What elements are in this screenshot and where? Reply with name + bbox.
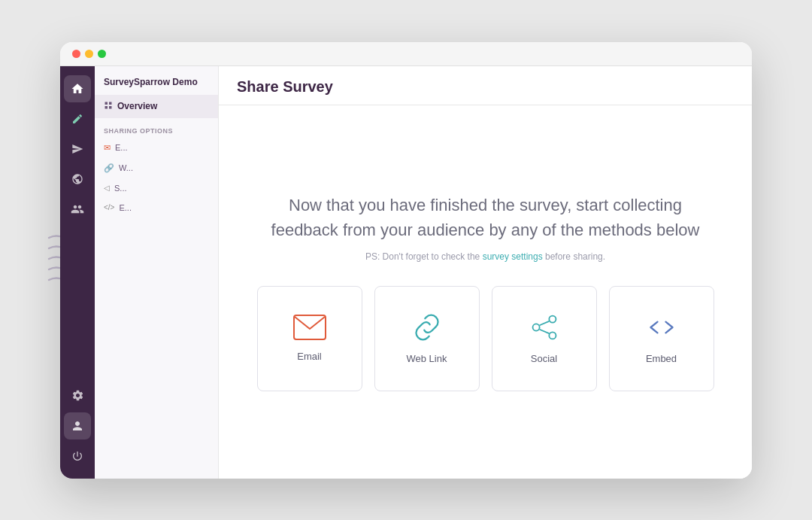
sidebar-icon-home[interactable] bbox=[64, 75, 91, 102]
sharing-card-weblink[interactable]: Web Link bbox=[374, 286, 480, 391]
embed-card-label: Embed bbox=[646, 353, 677, 364]
social-card-label: Social bbox=[531, 353, 557, 364]
sharing-card-embed[interactable]: Embed bbox=[609, 286, 714, 391]
sharing-card-email[interactable]: Email bbox=[257, 286, 362, 391]
svg-point-3 bbox=[549, 332, 556, 339]
sidebar-menu-embed[interactable]: </> E... bbox=[95, 198, 218, 217]
sidebar-icon-power[interactable] bbox=[64, 442, 91, 470]
main-content: Share Survey Now that you have finished … bbox=[219, 66, 752, 479]
sidebar-icon-avatar[interactable] bbox=[64, 412, 91, 439]
email-icon bbox=[293, 315, 326, 340]
sidebar-icon-bar bbox=[60, 66, 95, 479]
sidebar-menu-weblink[interactable]: 🔗 W... bbox=[95, 158, 218, 178]
grid-icon bbox=[104, 101, 113, 112]
sidebar-menu-social[interactable]: ◁ S... bbox=[95, 178, 218, 198]
svg-line-5 bbox=[539, 330, 549, 333]
sharing-content-area: Now that you have finished the survey, s… bbox=[219, 105, 752, 479]
weblink-icon bbox=[412, 312, 442, 342]
embed-menu-icon: </> bbox=[104, 203, 114, 211]
sidebar-icon-send[interactable] bbox=[64, 135, 91, 163]
weblink-menu-label: W... bbox=[119, 163, 133, 172]
weblink-menu-icon: 🔗 bbox=[104, 163, 114, 173]
sidebar-panel: SurveySparrow Demo Overview SHARING OPTI… bbox=[95, 66, 219, 479]
sharing-options-title: SHARING OPTIONS bbox=[95, 118, 218, 138]
sidebar-icon-globe[interactable] bbox=[64, 166, 91, 193]
app-layout: SurveySparrow Demo Overview SHARING OPTI… bbox=[60, 66, 752, 479]
svg-point-2 bbox=[532, 324, 539, 330]
svg-line-4 bbox=[539, 321, 549, 325]
sharing-headline: Now that you have finished the survey, s… bbox=[260, 193, 711, 242]
sharing-card-social[interactable]: Social bbox=[492, 286, 597, 391]
browser-window: SurveySparrow Demo Overview SHARING OPTI… bbox=[60, 42, 752, 479]
sidebar-icon-edit[interactable] bbox=[64, 105, 91, 132]
browser-dot-yellow[interactable] bbox=[85, 50, 93, 58]
email-menu-label: E... bbox=[115, 143, 128, 152]
subtext-prefix: PS: Don't forget to check the bbox=[365, 251, 483, 262]
email-card-label: Email bbox=[297, 351, 322, 362]
sidebar-icon-settings[interactable] bbox=[64, 382, 91, 409]
email-menu-icon: ✉ bbox=[104, 143, 111, 153]
browser-dot-green[interactable] bbox=[98, 50, 106, 58]
survey-settings-link[interactable]: survey settings bbox=[483, 251, 543, 262]
svg-point-1 bbox=[549, 316, 556, 323]
main-header: Share Survey bbox=[219, 66, 752, 105]
embed-menu-label: E... bbox=[119, 203, 132, 212]
sidebar-survey-name: SurveySparrow Demo bbox=[95, 66, 218, 95]
weblink-card-label: Web Link bbox=[407, 353, 447, 364]
sidebar-menu-email[interactable]: ✉ E... bbox=[95, 138, 218, 158]
social-menu-icon: ◁ bbox=[104, 184, 110, 192]
sharing-cards-container: Email Web Link bbox=[257, 286, 714, 391]
browser-chrome bbox=[60, 42, 752, 66]
svg-rect-0 bbox=[294, 315, 326, 339]
overview-label: Overview bbox=[117, 101, 157, 111]
subtext-suffix: before sharing. bbox=[545, 251, 605, 262]
sharing-subtext: PS: Don't forget to check the survey set… bbox=[365, 251, 605, 262]
sidebar-overview-item[interactable]: Overview bbox=[95, 95, 218, 118]
social-menu-label: S... bbox=[114, 184, 127, 193]
sidebar-icon-users[interactable] bbox=[64, 196, 91, 223]
page-title: Share Survey bbox=[237, 78, 734, 96]
embed-icon bbox=[647, 312, 677, 342]
social-icon bbox=[529, 312, 559, 342]
browser-dot-red[interactable] bbox=[72, 50, 80, 58]
